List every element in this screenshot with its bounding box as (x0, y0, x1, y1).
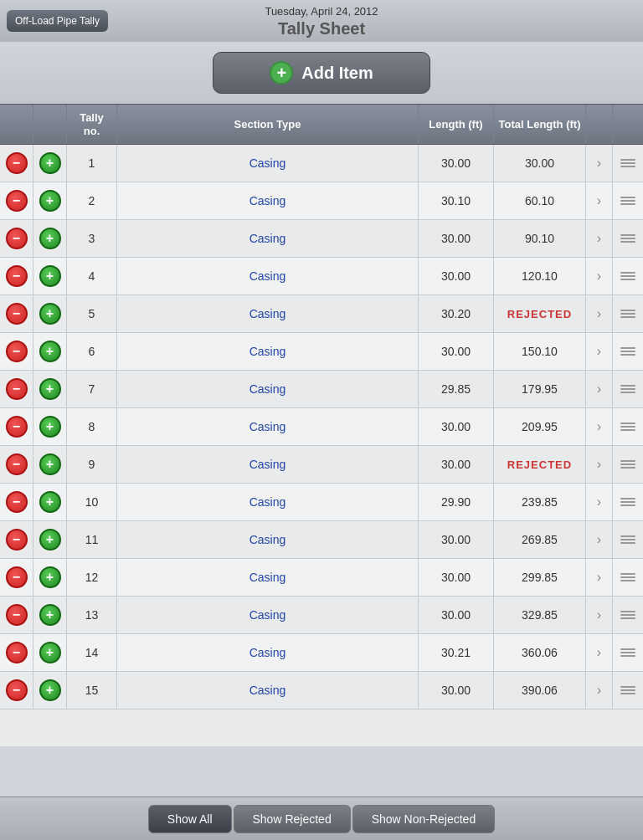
reorder-line-2 (620, 238, 635, 239)
total-length-cell: 30.00 (494, 145, 586, 182)
reorder-icon[interactable] (617, 382, 639, 397)
chevron-cell[interactable]: › (586, 295, 613, 332)
minus-button[interactable]: − (6, 566, 28, 588)
plus-button[interactable]: + (39, 341, 61, 362)
reorder-cell[interactable] (613, 446, 643, 483)
chevron-cell[interactable]: › (586, 145, 613, 182)
reorder-cell[interactable] (613, 634, 643, 671)
reorder-icon[interactable] (617, 344, 639, 359)
table-row: − + 5 Casing 30.20 REJECTED › (0, 295, 643, 333)
reorder-cell[interactable] (613, 220, 643, 257)
minus-button[interactable]: − (6, 604, 28, 626)
chevron-cell[interactable]: › (586, 446, 613, 483)
plus-button[interactable]: + (39, 604, 61, 626)
plus-cell: + (33, 521, 67, 558)
minus-button[interactable]: − (6, 679, 28, 701)
minus-cell: − (0, 521, 33, 558)
minus-button[interactable]: − (6, 453, 28, 475)
minus-button[interactable]: − (6, 642, 28, 663)
reorder-icon[interactable] (617, 683, 639, 698)
length-cell: 30.00 (419, 258, 494, 295)
minus-button[interactable]: − (6, 341, 28, 362)
plus-cell: + (33, 220, 67, 257)
reorder-icon[interactable] (617, 419, 639, 434)
minus-button[interactable]: − (6, 529, 28, 551)
plus-button[interactable]: + (39, 642, 61, 663)
show-non-rejected-button[interactable]: Show Non-Rejected (352, 805, 496, 833)
reorder-line-3 (620, 354, 635, 356)
reorder-cell[interactable] (613, 484, 643, 520)
reorder-icon[interactable] (617, 607, 639, 622)
reorder-icon[interactable] (617, 457, 639, 472)
total-length-cell: 269.85 (494, 521, 586, 558)
chevron-cell[interactable]: › (586, 484, 613, 520)
chevron-cell[interactable]: › (586, 521, 613, 558)
chevron-cell[interactable]: › (586, 182, 613, 219)
reorder-icon[interactable] (617, 532, 639, 547)
total-length-cell: 299.85 (494, 559, 586, 596)
length-cell: 30.00 (419, 408, 494, 445)
nav-button[interactable]: Off-Load Pipe Tally (7, 10, 108, 32)
total-length-cell: REJECTED (494, 295, 586, 332)
length-cell: 30.10 (419, 182, 494, 219)
chevron-cell[interactable]: › (586, 333, 613, 370)
chevron-cell[interactable]: › (586, 597, 613, 633)
plus-button[interactable]: + (39, 152, 61, 174)
minus-button[interactable]: − (6, 190, 28, 212)
tally-no-cell: 9 (67, 446, 117, 483)
minus-button[interactable]: − (6, 228, 28, 249)
minus-button[interactable]: − (6, 378, 28, 400)
reorder-cell[interactable] (613, 182, 643, 219)
plus-button[interactable]: + (39, 265, 61, 287)
reorder-icon[interactable] (617, 193, 639, 208)
chevron-cell[interactable]: › (586, 559, 613, 596)
reorder-line-1 (620, 385, 635, 387)
reorder-cell[interactable] (613, 672, 643, 709)
chevron-cell[interactable]: › (586, 408, 613, 445)
reorder-icon[interactable] (617, 494, 639, 510)
chevron-cell[interactable]: › (586, 258, 613, 295)
minus-button[interactable]: − (6, 491, 28, 513)
minus-button[interactable]: − (6, 416, 28, 438)
plus-button[interactable]: + (39, 529, 61, 551)
chevron-cell[interactable]: › (586, 371, 613, 407)
reorder-icon[interactable] (617, 570, 639, 585)
plus-button[interactable]: + (39, 679, 61, 701)
reorder-icon[interactable] (617, 156, 639, 171)
reorder-cell[interactable] (613, 597, 643, 633)
chevron-cell[interactable]: › (586, 220, 613, 257)
reorder-cell[interactable] (613, 145, 643, 182)
plus-button[interactable]: + (39, 190, 61, 212)
show-rejected-button[interactable]: Show Rejected (234, 805, 351, 833)
chevron-cell[interactable]: › (586, 672, 613, 709)
reorder-cell[interactable] (613, 333, 643, 370)
plus-button[interactable]: + (39, 491, 61, 513)
reorder-icon[interactable] (617, 645, 639, 660)
plus-button[interactable]: + (39, 378, 61, 400)
minus-button[interactable]: − (6, 265, 28, 287)
reorder-line-2 (620, 689, 635, 691)
reorder-line-1 (620, 498, 635, 499)
plus-button[interactable]: + (39, 303, 61, 325)
reorder-icon[interactable] (617, 306, 639, 321)
plus-cell: + (33, 597, 67, 633)
add-item-button[interactable]: + Add Item (213, 52, 430, 94)
plus-button[interactable]: + (39, 566, 61, 588)
reorder-cell[interactable] (613, 258, 643, 295)
reorder-cell[interactable] (613, 559, 643, 596)
reorder-cell[interactable] (613, 521, 643, 558)
show-all-button[interactable]: Show All (148, 805, 232, 833)
plus-button[interactable]: + (39, 416, 61, 438)
reorder-icon[interactable] (617, 269, 639, 284)
minus-button[interactable]: − (6, 152, 28, 174)
plus-button[interactable]: + (39, 228, 61, 249)
reorder-cell[interactable] (613, 371, 643, 407)
minus-button[interactable]: − (6, 303, 28, 325)
table-row: − + 8 Casing 30.00 209.95 › (0, 408, 643, 446)
reorder-cell[interactable] (613, 408, 643, 445)
reorder-cell[interactable] (613, 295, 643, 332)
reorder-icon[interactable] (617, 231, 639, 246)
section-type-cell: Casing (117, 371, 419, 407)
chevron-cell[interactable]: › (586, 634, 613, 671)
plus-button[interactable]: + (39, 453, 61, 475)
